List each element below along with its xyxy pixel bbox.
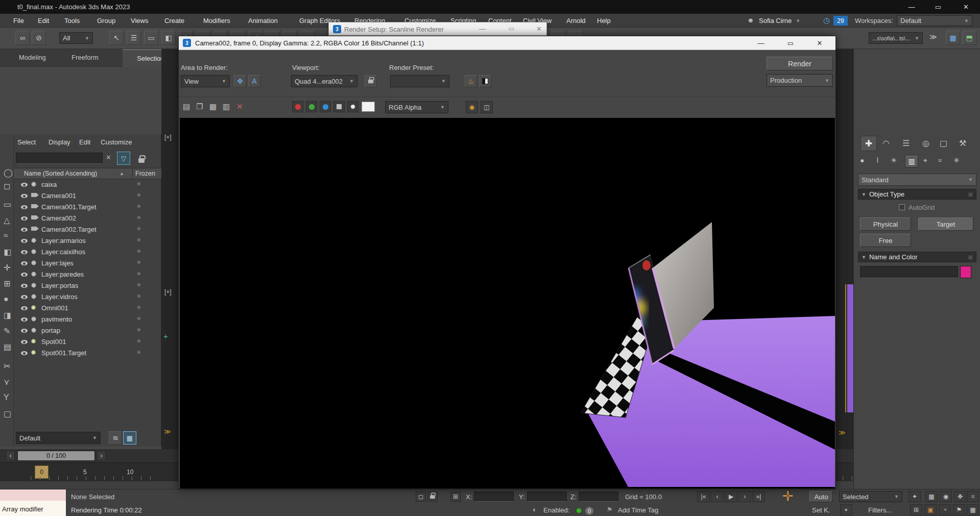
status-toolbar-icon[interactable]: ⚑: [953, 504, 965, 515]
viewport-lock-icon[interactable]: [365, 75, 377, 87]
frozen-toggle-icon[interactable]: ✳: [136, 226, 141, 232]
scene-row-layer-vidros[interactable]: Layer:vidros✳: [14, 291, 161, 303]
frozen-toggle-icon[interactable]: ✳: [136, 327, 141, 333]
scene-list-header[interactable]: Name (Sorted Ascending) ▲ Frozen: [14, 168, 161, 179]
app-maximize-button[interactable]: ▭: [925, 0, 951, 14]
next-frame-button[interactable]: ›: [738, 491, 751, 502]
left-toolbar-icon[interactable]: ≈: [4, 231, 8, 240]
app-close-button[interactable]: ✕: [952, 0, 980, 14]
snapshot-icon[interactable]: ◉: [466, 101, 478, 113]
dialog-minimize-icon[interactable]: —: [479, 25, 486, 33]
add-time-tag[interactable]: Add Time Tag: [618, 506, 658, 514]
status-toolbar-icon[interactable]: ▦: [967, 504, 979, 515]
left-toolbar-icon[interactable]: ◧: [4, 247, 11, 257]
name-color-rollout[interactable]: ▼ Name and Color ▦: [858, 252, 976, 262]
visibility-eye-icon[interactable]: [21, 351, 28, 355]
menu-animation[interactable]: Animation: [246, 14, 280, 28]
set-key-icon[interactable]: ✦: [909, 491, 921, 502]
menu-create[interactable]: Create: [162, 14, 186, 28]
status-toolbar-icon[interactable]: ⊞: [910, 504, 922, 515]
y-coord-input[interactable]: [527, 492, 567, 502]
status-toolbar-icon[interactable]: ⌗: [967, 491, 979, 502]
visibility-eye-icon[interactable]: [21, 284, 28, 288]
lock-explorer-icon[interactable]: [138, 158, 145, 163]
rectangular-selection-icon[interactable]: ▭: [144, 31, 158, 45]
visibility-eye-icon[interactable]: [21, 261, 28, 265]
frozen-toggle-icon[interactable]: ✳: [136, 315, 141, 322]
tab-freeform[interactable]: Freeform: [71, 54, 99, 61]
left-toolbar-icon[interactable]: ⊞: [4, 279, 10, 288]
scene-row-camera001-target[interactable]: Camera001.Target✳: [14, 202, 161, 213]
toolbar-overflow-chevron[interactable]: ≫: [929, 33, 937, 41]
scene-explorer-menu-customize[interactable]: Customize: [101, 138, 132, 146]
left-toolbar-icon[interactable]: ▤: [4, 342, 11, 352]
scene-row-layer-lajes[interactable]: Layer:lajes✳: [14, 258, 161, 269]
visibility-eye-icon[interactable]: [21, 329, 28, 333]
menu-tools[interactable]: Tools: [62, 14, 82, 28]
category-systems-icon[interactable]: ✳: [953, 156, 960, 164]
print-image-icon[interactable]: ▥: [223, 102, 230, 111]
blue-channel-icon[interactable]: [320, 101, 331, 112]
scene-explorer-menu-select[interactable]: Select: [17, 138, 36, 146]
tab-utilities-icon[interactable]: ⚒: [959, 138, 966, 148]
red-channel-icon[interactable]: [292, 101, 303, 112]
visibility-eye-icon[interactable]: [21, 340, 28, 344]
frozen-toggle-icon[interactable]: ✳: [136, 181, 141, 187]
category-helpers-icon[interactable]: ⌖: [923, 156, 927, 165]
tab-create-icon[interactable]: ✚: [861, 136, 877, 151]
go-to-start-button[interactable]: |«: [697, 491, 710, 502]
crop-region-icon[interactable]: A: [248, 75, 260, 87]
visibility-eye-icon[interactable]: [21, 250, 28, 254]
clock-icon[interactable]: ◷: [823, 16, 830, 25]
tab-modeling[interactable]: Modeling: [19, 54, 46, 61]
status-toolbar-icon[interactable]: ✥: [954, 491, 966, 502]
left-toolbar-icon[interactable]: ◻: [4, 181, 10, 191]
user-account-menu[interactable]: Sofia Cirne▼: [757, 14, 802, 28]
key-filters-select[interactable]: Selected▼: [839, 491, 902, 502]
scene-row-camera002-target[interactable]: Camera002.Target✳: [14, 224, 161, 235]
copy-image-icon[interactable]: ❐: [196, 102, 203, 111]
project-folder-select[interactable]: ...s\sofia\...ts\3ds Max 202▼: [869, 32, 923, 44]
time-slider-prev-button[interactable]: ‹: [6, 451, 15, 460]
rfw-title-bar[interactable]: 3 Camera002, frame 0, Display Gamma: 2.2…: [179, 36, 835, 50]
category-cameras-icon[interactable]: ▥: [905, 155, 918, 167]
scene-row-spot001-target[interactable]: Spot001.Target✳: [14, 348, 161, 359]
viewport-menu-label[interactable]: [+]: [164, 288, 172, 296]
communicator-toggle-icon[interactable]: ◐: [533, 506, 537, 513]
visibility-eye-icon[interactable]: [21, 194, 28, 198]
render-button[interactable]: Render: [767, 57, 833, 70]
frozen-toggle-icon[interactable]: ✳: [136, 259, 141, 266]
scene-row-spot001[interactable]: Spot001✳: [14, 336, 161, 348]
current-layer-select[interactable]: Default▼: [16, 432, 101, 444]
left-toolbar-icon[interactable]: Y: [4, 393, 9, 402]
rfw-minimize-button[interactable]: —: [750, 36, 772, 50]
set-key-label[interactable]: Set K.: [812, 506, 830, 514]
rfw-maximize-button[interactable]: ▭: [779, 36, 802, 50]
area-to-render-select[interactable]: View▼: [181, 75, 230, 87]
camera-type-select[interactable]: Standard▼: [858, 174, 976, 186]
time-slider-thumb[interactable]: 0 / 100: [17, 451, 95, 461]
status-toolbar-icon[interactable]: ▣: [924, 504, 937, 515]
maxscript-mini-listener[interactable]: Array modifier: [0, 489, 66, 516]
render-teapot-icon[interactable]: ♨: [465, 75, 477, 87]
name-column-header[interactable]: Name (Sorted Ascending): [24, 170, 97, 177]
physical-camera-button[interactable]: Physical: [860, 217, 911, 231]
rfw-close-button[interactable]: ✕: [808, 36, 831, 50]
auto-region-icon[interactable]: ✥: [234, 75, 246, 87]
left-toolbar-icon[interactable]: ✂: [4, 361, 10, 371]
time-slider-next-button[interactable]: ›: [97, 451, 106, 460]
scene-row-layer-armarios[interactable]: Layer:armarios✳: [14, 235, 161, 247]
window-crossing-icon[interactable]: ◧: [161, 31, 176, 45]
scene-row-layer-paredes[interactable]: Layer:paredes✳: [14, 269, 161, 280]
visibility-eye-icon[interactable]: [21, 205, 28, 209]
left-toolbar-icon[interactable]: ●: [4, 294, 9, 304]
scene-explorer-menu-edit[interactable]: Edit: [79, 138, 90, 146]
category-shapes-icon[interactable]: ⌇: [876, 156, 879, 164]
dialog-restore-icon[interactable]: ▭: [509, 25, 514, 32]
macro-recorder-line[interactable]: [0, 489, 66, 501]
menu-help[interactable]: Help: [595, 14, 613, 28]
auto-key-button[interactable]: Auto: [809, 491, 833, 502]
play-button[interactable]: ▶: [725, 491, 737, 502]
autogrid-checkbox[interactable]: [899, 204, 905, 210]
previous-frame-button[interactable]: ‹: [711, 491, 724, 502]
